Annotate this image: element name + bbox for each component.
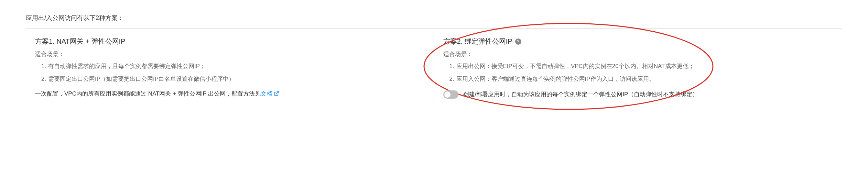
plan-2-title: 方案2. 绑定弹性公网IP ?: [443, 37, 833, 46]
plan-2-list: 应用出公网：接受EIP可变，不需自动弹性，VPC内的实例在20个以内。相对NAT…: [449, 62, 833, 84]
list-item: 应用入公网：客户端通过直连每个实例的弹性公网IP作为入口，访问该应用。: [449, 74, 833, 84]
svg-line-0: [276, 91, 279, 94]
list-item: 应用出公网：接受EIP可变，不需自动弹性，VPC内的实例在20个以内。相对NAT…: [449, 62, 833, 72]
plan-2: 方案2. 绑定弹性公网IP ? 适合场景： 应用出公网：接受EIP可变，不需自动…: [434, 29, 842, 109]
plan-1-list: 有自动弹性需求的应用，且每个实例都需要绑定弹性公网IP； 需要固定出口公网IP（…: [41, 62, 425, 84]
list-item: 有自动弹性需求的应用，且每个实例都需要绑定弹性公网IP；: [41, 62, 425, 72]
help-icon[interactable]: ?: [515, 38, 521, 45]
plan-1-title: 方案1. NAT网关 + 弹性公网IP: [35, 37, 425, 46]
plan-1: 方案1. NAT网关 + 弹性公网IP 适合场景： 有自动弹性需求的应用，且每个…: [26, 29, 434, 109]
plans-container: 方案1. NAT网关 + 弹性公网IP 适合场景： 有自动弹性需求的应用，且每个…: [26, 28, 842, 109]
toggle-label: 创建/部署应用时，自动为该应用的每个实例绑定一个弹性公网IP（自动弹性时不支持绑…: [463, 90, 698, 98]
external-link-icon: [274, 91, 279, 96]
plan-1-note: 一次配置，VPC内的所有应用实例都能通过 NAT网关 + 弹性公网IP 出公网，…: [35, 89, 425, 98]
list-item: 需要固定出口公网IP（如需要把出口公网IP白名单设置在微信小程序中）: [41, 74, 425, 84]
doc-link[interactable]: 文档: [261, 89, 279, 98]
plan-1-note-text: 一次配置，VPC内的所有应用实例都能通过 NAT网关 + 弹性公网IP 出公网，…: [35, 90, 261, 97]
toggle-row: 创建/部署应用时，自动为该应用的每个实例绑定一个弹性公网IP（自动弹性时不支持绑…: [443, 90, 833, 99]
intro-text: 应用出/入公网访问有以下2种方案：: [26, 14, 842, 22]
plan-1-scenario-label: 适合场景：: [35, 50, 425, 58]
doc-link-text: 文档: [261, 89, 272, 98]
bind-eip-toggle[interactable]: [443, 90, 458, 99]
toggle-knob: [444, 91, 451, 98]
plan-2-scenario-label: 适合场景：: [443, 50, 833, 58]
plan-2-title-text: 方案2. 绑定弹性公网IP: [443, 37, 512, 46]
